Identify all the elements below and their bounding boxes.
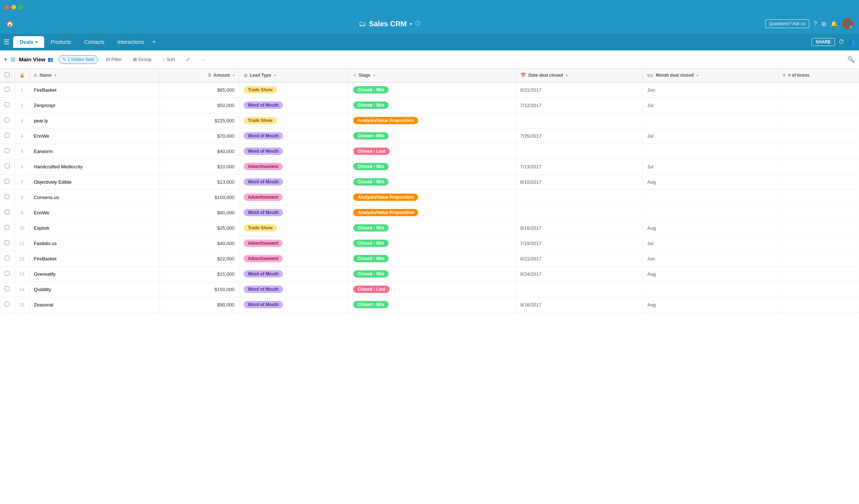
table-row[interactable]: 11 Fastidio.us $40,000 Advertisement Clo… — [0, 236, 859, 251]
row-checkbox[interactable] — [5, 194, 9, 199]
table-row[interactable]: 15 Zeasonal $90,000 Word of Mouth Closed… — [0, 297, 859, 312]
row-checkbox-cell[interactable] — [0, 144, 15, 159]
row-checkbox-cell[interactable] — [0, 159, 15, 174]
table-row[interactable]: 3 pear.ly $225,000 Trade Show Analysis/V… — [0, 113, 859, 128]
hidden-field-button[interactable]: ✎ 1 hidden field — [58, 55, 98, 64]
row-checkbox-cell[interactable] — [0, 113, 15, 128]
table-row[interactable]: 8 Consens.us $100,000 Advertisement Anal… — [0, 190, 859, 205]
row-name-cell[interactable]: FireBasket — [29, 82, 160, 98]
grid-icon[interactable]: ⊞ — [821, 20, 826, 27]
stage-sort-icon[interactable]: ▾ — [373, 73, 375, 77]
row-checkbox[interactable] — [5, 87, 9, 92]
table-container[interactable]: 🔒 A Name ▾ $ Amount ▾ ◎ Lead Type ▾ — [0, 69, 859, 504]
table-row[interactable]: 1 FireBasket $65,000 Trade Show Closed -… — [0, 82, 859, 98]
filter-button[interactable]: ⊟ Filter — [103, 55, 125, 64]
amount-sort-icon[interactable]: ▾ — [233, 73, 234, 77]
row-checkbox-cell[interactable] — [0, 98, 15, 113]
table-row[interactable]: 7 Objectively Edible $13,000 Word of Mou… — [0, 174, 859, 190]
col-dateclosed-header[interactable]: 📅 Date deal closed ▾ — [516, 69, 643, 82]
dateclosed-sort-icon[interactable]: ▾ — [566, 73, 568, 77]
row-checkbox-cell[interactable] — [0, 220, 15, 236]
ask-us-button[interactable]: Questions? Ask us — [765, 19, 809, 28]
col-name-header[interactable]: A Name ▾ — [29, 69, 160, 82]
grid-view-icon[interactable]: ⊞ — [11, 56, 15, 63]
row-name-cell[interactable]: Objectively Edible — [29, 174, 160, 190]
table-row[interactable]: 6 Handcrafted Mediocrity $10,000 Adverti… — [0, 159, 859, 174]
col-monthclosed-header[interactable]: f(x) Month deal closed ▾ — [643, 69, 779, 82]
row-checkbox[interactable] — [5, 271, 9, 276]
row-name-cell[interactable]: EnnWe — [29, 205, 160, 220]
row-checkbox[interactable] — [5, 148, 9, 153]
history-icon[interactable]: ⏱ — [839, 39, 844, 45]
tab-deals[interactable]: Deals ▾ — [13, 36, 44, 48]
table-row[interactable]: 10 Exploitr $25,000 Trade Show Closed - … — [0, 220, 859, 236]
monthclosed-sort-icon[interactable]: ▾ — [696, 73, 698, 77]
table-row[interactable]: 5 Earworm $40,000 Word of Mouth Closed -… — [0, 144, 859, 159]
row-checkbox-cell[interactable] — [0, 297, 15, 312]
tab-contacts[interactable]: Contacts — [78, 36, 111, 48]
row-checkbox[interactable] — [5, 240, 9, 245]
row-checkbox-cell[interactable] — [0, 82, 15, 98]
menu-icon[interactable]: ☰ — [4, 38, 9, 46]
row-checkbox-cell[interactable] — [0, 174, 15, 190]
share-view-button[interactable]: ⤢ — [183, 55, 193, 64]
close-button[interactable] — [4, 5, 9, 9]
table-row[interactable]: 9 EnnWe $80,000 Word of Mouth Analysis/V… — [0, 205, 859, 220]
table-row[interactable]: 13 Overeatify $15,000 Word of Mouth Clos… — [0, 266, 859, 282]
row-checkbox[interactable] — [5, 179, 9, 184]
row-name-cell[interactable]: Exploitr — [29, 220, 160, 236]
row-checkbox[interactable] — [5, 133, 9, 138]
table-row[interactable]: 2 Zenprospr $50,000 Word of Mouth Closed… — [0, 98, 859, 113]
row-name-cell[interactable]: Earworm — [29, 144, 160, 159]
row-checkbox-cell[interactable] — [0, 282, 15, 297]
row-name-cell[interactable]: FireBasket — [29, 251, 160, 266]
col-stage-header[interactable]: ≡ Stage ▾ — [349, 69, 516, 82]
row-name-cell[interactable]: EnnWe — [29, 128, 160, 144]
tab-products[interactable]: Products — [44, 36, 77, 48]
row-name-cell[interactable]: Zeasonal — [29, 297, 160, 312]
name-sort-icon[interactable]: ▾ — [54, 73, 56, 77]
col-checkbox[interactable] — [0, 69, 15, 82]
tab-deals-dropdown[interactable]: ▾ — [35, 40, 38, 45]
row-name-cell[interactable]: Consens.us — [29, 190, 160, 205]
table-row[interactable]: 12 FireBasket $22,000 Advertisement Clos… — [0, 251, 859, 266]
row-checkbox-cell[interactable] — [0, 190, 15, 205]
col-licenses-header[interactable]: # # of licens — [778, 69, 859, 82]
row-name-cell[interactable]: Fastidio.us — [29, 236, 160, 251]
row-name-cell[interactable]: Overeatify — [29, 266, 160, 282]
more-button[interactable]: ··· — [198, 55, 208, 64]
share-button[interactable]: SHARE — [812, 38, 835, 46]
help-icon[interactable]: ? — [814, 20, 817, 27]
row-checkbox[interactable] — [5, 256, 9, 260]
row-checkbox-cell[interactable] — [0, 236, 15, 251]
col-leadtype-header[interactable]: ◎ Lead Type ▾ — [239, 69, 349, 82]
row-checkbox[interactable] — [5, 302, 9, 306]
row-checkbox[interactable] — [5, 210, 9, 214]
group-button[interactable]: ⊞ Group — [130, 55, 154, 64]
users-icon[interactable]: 👥 — [848, 39, 855, 46]
select-all-checkbox[interactable] — [5, 72, 9, 77]
tab-interactions[interactable]: Interactions — [111, 36, 150, 48]
row-name-cell[interactable]: Quiddity — [29, 282, 160, 297]
info-icon[interactable]: ⓘ — [415, 20, 420, 27]
table-row[interactable]: 14 Quiddity $150,000 Word of Mouth Close… — [0, 282, 859, 297]
bell-icon[interactable]: 🔔 — [831, 20, 838, 27]
title-dropdown-icon[interactable]: ▾ — [410, 21, 412, 27]
row-checkbox[interactable] — [5, 102, 9, 107]
row-checkbox-cell[interactable] — [0, 251, 15, 266]
row-checkbox-cell[interactable] — [0, 128, 15, 144]
row-name-cell[interactable]: pear.ly — [29, 113, 160, 128]
add-tab-button[interactable]: + — [152, 38, 156, 46]
row-checkbox[interactable] — [5, 286, 9, 291]
maximize-button[interactable] — [18, 5, 23, 9]
row-checkbox-cell[interactable] — [0, 266, 15, 282]
row-name-cell[interactable]: Handcrafted Mediocrity — [29, 159, 160, 174]
collapse-icon[interactable]: ▾ — [4, 57, 7, 62]
col-amount-header[interactable]: $ Amount ▾ — [160, 69, 239, 82]
avatar[interactable]: 👤 — [842, 18, 853, 29]
row-checkbox[interactable] — [5, 225, 9, 230]
search-button[interactable]: 🔍 — [847, 56, 855, 63]
table-row[interactable]: 4 EnnWe $70,000 Word of Mouth Closed - W… — [0, 128, 859, 144]
row-checkbox[interactable] — [5, 118, 9, 122]
row-checkbox[interactable] — [5, 164, 9, 168]
